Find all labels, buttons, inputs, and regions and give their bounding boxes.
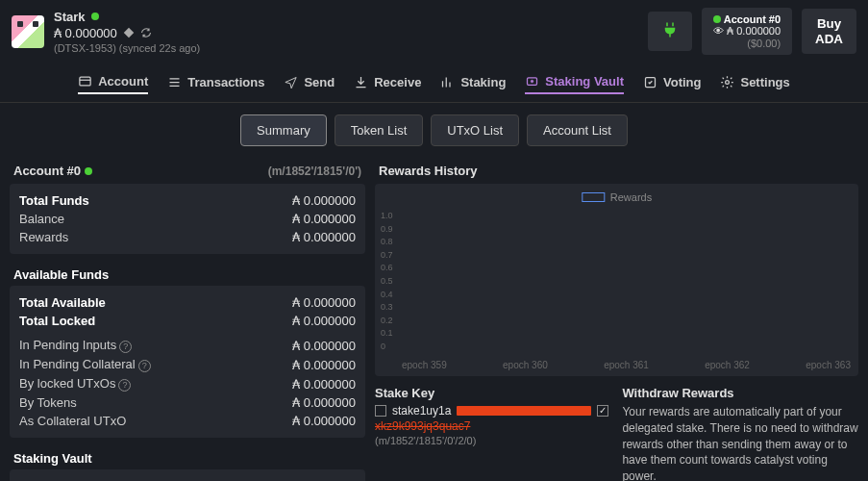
nav-transactions[interactable]: Transactions [167,70,264,94]
nav-voting-label: Voting [663,75,701,89]
status-dot-icon [91,13,99,20]
tab-token-list[interactable]: Token List [335,114,424,146]
info-icon[interactable]: ? [138,360,151,372]
withdraw-title: Withdraw Rewards [622,386,858,400]
stake-key-checkbox[interactable] [375,405,386,417]
collateral-utxo-label: As Collateral UTxO [19,414,126,428]
account-status-dot-icon [85,167,92,175]
wallet-avatar[interactable] [12,15,44,48]
available-funds-title: Available Funds [10,264,365,286]
tab-utxo-list[interactable]: UTxO List [431,114,519,146]
balance-value: ₳ 0.000000 [292,212,356,226]
total-locked-label: Total Locked [19,314,95,328]
by-tokens-value: ₳ 0.000000 [292,395,356,410]
svg-rect-0 [80,77,90,86]
account-panel-title: Account #0 [13,164,81,178]
wallet-balance-value: ₳ 0.000000 [54,26,117,40]
pending-inputs-value: ₳ 0.000000 [292,339,356,353]
nav-staking-vault[interactable]: Staking Vault [525,70,624,94]
vault-icon [525,74,539,89]
svg-point-2 [532,80,534,83]
nav-voting[interactable]: Voting [643,70,701,94]
account-balance-value: ₳ 0.000000 [727,25,781,37]
list-icon [167,75,182,89]
gear-icon [720,75,734,89]
redacted-icon [457,406,591,416]
collateral-utxo-value: ₳ 0.000000 [292,414,356,428]
legend-label: Rewards [610,191,652,203]
nav-account[interactable]: Account [78,70,148,94]
locked-utxos-label: By locked UTxOs? [19,376,131,392]
voting-icon [643,75,657,89]
nav-staking-label: Staking [460,75,506,89]
tab-account-list[interactable]: Account List [527,114,628,146]
staking-icon [440,75,455,89]
account-icon [78,74,92,89]
stake-key-checkbox-checked[interactable] [597,405,608,417]
account-derivation-path: (m/1852'/1815'/0') [268,165,361,178]
nav-settings[interactable]: Settings [720,70,789,94]
tab-summary[interactable]: Summary [240,114,327,146]
nav-account-label: Account [98,74,148,89]
info-icon[interactable]: ? [118,379,131,392]
account-label: Account #0 [724,13,781,25]
pending-collateral-label: In Pending Collateral? [19,357,151,372]
rewards-history-title: Rewards History [379,164,478,178]
total-available-value: ₳ 0.000000 [292,295,356,310]
plug-icon [661,21,679,38]
rewards-label: Rewards [19,230,68,244]
account-summary-box[interactable]: Account #0 👁 ₳ 0.000000 ($0.00) [702,8,792,55]
stake-key-path: (m/1852'/1815'/0'/2/0) [375,435,608,446]
pending-collateral-value: ₳ 0.000000 [292,358,356,372]
refresh-icon[interactable] [140,27,152,38]
nav-receive[interactable]: Receive [354,70,421,94]
balance-label: Balance [19,212,64,226]
pending-inputs-label: In Pending Inputs? [19,338,132,353]
nav-receive-label: Receive [374,75,421,89]
locked-utxos-value: ₳ 0.000000 [292,377,356,392]
account-fiat-value: ($0.00) [713,38,781,49]
staking-vault-title: Staking Vault [10,447,365,469]
svg-point-4 [726,81,730,85]
nav-send-label: Send [304,75,335,89]
by-tokens-label: By Tokens [19,395,77,410]
nav-send[interactable]: Send [284,70,335,94]
total-funds-value: ₳ 0.000000 [292,193,356,208]
total-available-label: Total Available [19,295,106,310]
connect-button[interactable] [648,12,692,51]
stake-key-redacted-line: xkz9k993jq3quac7 [375,419,608,433]
legend-swatch-icon [582,192,605,202]
sync-status-label: (DTSX-1953) (synced 22s ago) [54,42,200,54]
send-icon [284,75,298,89]
total-locked-value: ₳ 0.000000 [292,314,356,328]
stake-key-prefix: stake1uy1a [392,404,451,418]
diamond-icon [123,27,135,38]
buy-ada-button[interactable]: BuyADA [802,9,856,55]
nav-settings-label: Settings [740,75,789,89]
nav-staking[interactable]: Staking [440,70,506,94]
receive-icon [354,75,368,89]
nav-transactions-label: Transactions [187,75,264,89]
withdraw-description: Your rewards are automatically part of y… [622,404,858,481]
nav-staking-vault-label: Staking Vault [545,74,624,89]
rewards-value: ₳ 0.000000 [292,230,356,244]
info-icon[interactable]: ? [119,341,132,353]
wallet-name-label: Stark [54,10,86,24]
total-funds-label: Total Funds [19,193,89,208]
account-status-icon [713,15,721,23]
rewards-chart: Rewards 1.00.90.80.70.60.50.40.30.20.10 … [375,184,858,376]
stake-key-title: Stake Key [375,386,608,400]
